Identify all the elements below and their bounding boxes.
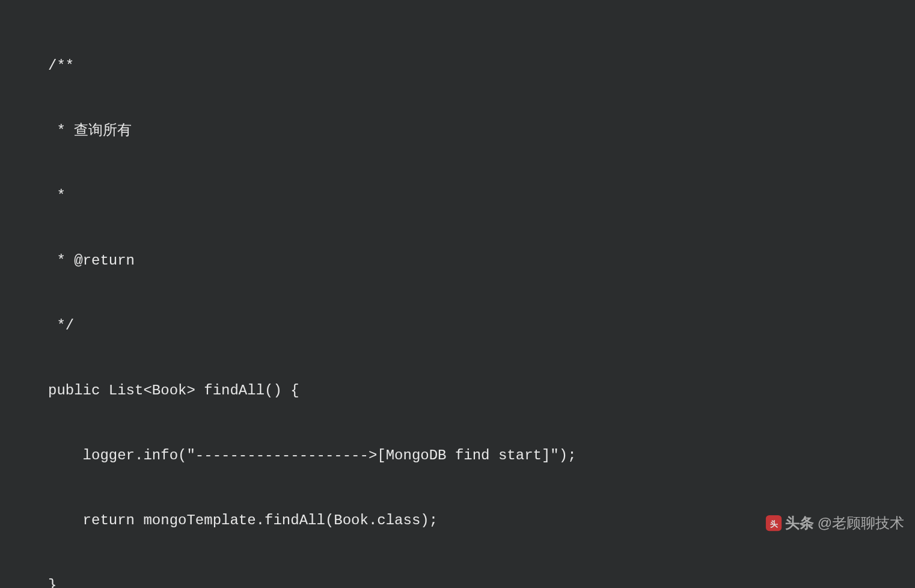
code-line: }: [48, 575, 915, 588]
code-line: * 查询所有: [48, 120, 915, 142]
code-line: /**: [48, 55, 915, 77]
watermark-brand: 头条: [785, 512, 814, 534]
watermark: 头 头条 @老顾聊技术: [765, 512, 904, 534]
code-line: * @return: [48, 250, 915, 272]
code-line: public List<Book> findAll() {: [48, 380, 915, 402]
toutiao-icon: 头: [765, 514, 783, 532]
code-line: *: [48, 185, 915, 207]
code-line: */: [48, 315, 915, 337]
code-line: logger.info("-------------------->[Mongo…: [48, 445, 915, 467]
code-block: /** * 查询所有 * * @return */ public List<Bo…: [0, 12, 915, 588]
svg-text:头: 头: [770, 519, 777, 528]
watermark-text: @老顾聊技术: [818, 512, 904, 534]
